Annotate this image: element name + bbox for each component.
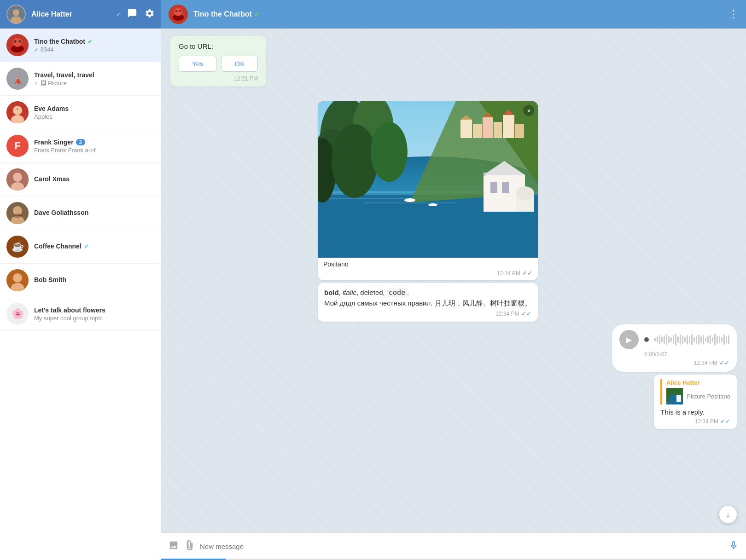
waveform-bar: [714, 334, 716, 346]
svg-point-5: [174, 8, 182, 16]
collapse-button[interactable]: ∨: [523, 105, 534, 116]
avatar-coffee: ☕: [6, 236, 29, 258]
svg-point-48: [332, 124, 378, 198]
chat-info-dave: Dave Goliathsson: [34, 209, 154, 217]
waveform-bar: [689, 336, 690, 343]
more-options-icon[interactable]: ⋮: [729, 8, 739, 20]
chat-name-dave: Dave Goliathsson: [34, 209, 88, 216]
text-content: bold, italic, deleted, code. Мой дядя са…: [324, 288, 531, 308]
chat-info-carol: Carol Xmas: [34, 175, 154, 184]
compose-icon[interactable]: [127, 8, 137, 20]
waveform-bar: [687, 335, 688, 344]
sidebar-item-dave[interactable]: Dave Goliathsson: [0, 196, 161, 230]
sidebar-item-eve[interactable]: Eve Adams Apples: [0, 96, 161, 129]
chat-name-bob: Bob Smith: [34, 276, 66, 283]
sidebar-item-bob[interactable]: Bob Smith: [0, 264, 161, 297]
reply-check: ✓✓: [720, 418, 730, 425]
url-yes-button[interactable]: Yes: [179, 56, 216, 72]
waveform-bar: [717, 335, 718, 344]
chat-info-tino: Tino the Chatbot ✔ ✓ 3344: [34, 38, 154, 53]
svg-rect-35: [460, 120, 472, 138]
svg-rect-54: [484, 173, 486, 176]
svg-point-1: [13, 9, 19, 16]
waveform-bar: [654, 338, 656, 341]
chat-header: Tino the Chatbot ✔ ⋮: [161, 0, 746, 29]
text-deleted: deleted: [360, 289, 383, 296]
waveform-bar: [670, 337, 672, 342]
waveform-bar: [691, 334, 693, 345]
url-ok-button[interactable]: OK: [221, 56, 258, 72]
header-icons[interactable]: [127, 8, 155, 20]
chat-preview-travel: ✓ 🖼 Picture: [34, 80, 154, 87]
svg-point-23: [13, 214, 22, 218]
audio-inner: ▶: [619, 330, 729, 349]
svg-rect-36: [473, 124, 482, 138]
sidebar-item-carol[interactable]: Carol Xmas: [0, 163, 161, 196]
chat-info-frank: Frank Singer 3 Frank Frank Frank a->f: [34, 139, 154, 154]
message-input[interactable]: [200, 543, 723, 550]
scroll-bottom-button[interactable]: ↓: [719, 506, 737, 523]
coffee-verified: ✔: [84, 242, 89, 250]
sidebar-item-coffee[interactable]: ☕ Coffee Channel ✔: [0, 230, 161, 264]
audio-check: ✓✓: [719, 359, 729, 366]
waveform-bar: [684, 337, 686, 342]
waveform-bar: [682, 335, 683, 344]
chat-header-info: Tino the Chatbot ✔: [193, 10, 723, 18]
sidebar-item-tino[interactable]: Tino the Chatbot ✔ ✓ 3344: [0, 29, 161, 62]
waveform-bar: [698, 335, 699, 345]
settings-icon[interactable]: [145, 8, 155, 20]
messages-container: Go to URL: Yes OK 12:21 PM: [161, 29, 746, 532]
reply-message: Alice Hatter Picture Positano: [654, 375, 737, 429]
main-content: Tino the Chatbot ✔ ✓ 3344 🗼 Travel, trav…: [0, 29, 746, 560]
waveform-bar: [668, 336, 670, 343]
svg-point-25: [13, 273, 22, 283]
sidebar: Tino the Chatbot ✔ ✓ 3344 🗼 Travel, trav…: [0, 29, 161, 560]
file-attach-icon[interactable]: [184, 540, 194, 553]
chat-name-frank: Frank Singer: [34, 139, 74, 146]
waveform-bar: [710, 335, 711, 344]
waveform-bar: [705, 338, 706, 341]
user-avatar: [6, 5, 26, 24]
avatar-flowers: 🌸: [6, 303, 29, 325]
waveform-bar: [721, 337, 723, 342]
chat-name-carol: Carol Xmas: [34, 175, 70, 183]
svg-rect-40: [515, 124, 524, 138]
waveform-bar: [680, 335, 681, 345]
text-russian: Мой дядя самых честных правил. 月儿明，风儿静。树…: [324, 299, 531, 307]
chat-info-bob: Bob Smith: [34, 276, 154, 284]
user-verified-icon: ✔: [116, 11, 122, 18]
audio-message: ▶: [612, 324, 737, 372]
avatar-bob: [6, 269, 29, 291]
text-code: code: [387, 288, 407, 297]
svg-point-56: [516, 186, 534, 200]
check-tino: ✓: [34, 46, 39, 53]
svg-point-57: [404, 198, 415, 202]
waveform-bar: [657, 336, 658, 343]
svg-point-12: [19, 40, 21, 43]
sidebar-item-travel[interactable]: 🗼 Travel, travel, travel ✓ 🖼 Picture: [0, 62, 161, 96]
chat-preview-flowers: My super cool group topic: [34, 315, 154, 322]
chat-preview-tino: ✓ 3344: [34, 46, 154, 53]
svg-point-2: [11, 17, 22, 24]
reply-time: 12:34 PM: [695, 418, 718, 425]
svg-rect-51: [490, 182, 497, 193]
svg-rect-39: [503, 115, 514, 138]
svg-point-58: [428, 203, 437, 206]
reply-preview: Picture Positano: [666, 388, 730, 404]
chat-name-flowers: Let's talk about flowers: [34, 306, 105, 314]
photo-attach-icon[interactable]: [169, 540, 179, 553]
chat-info-flowers: Let's talk about flowers My super cool g…: [34, 306, 154, 322]
play-button[interactable]: ▶: [619, 330, 639, 349]
waveform-bar: [723, 335, 725, 345]
avatar-travel: 🗼: [6, 68, 29, 90]
chat-name-eve: Eve Adams: [34, 105, 69, 112]
sidebar-item-frank[interactable]: F Frank Singer 3 Frank Frank Frank a->f: [0, 129, 161, 163]
sidebar-item-flowers[interactable]: 🌸 Let's talk about flowers My super cool…: [0, 297, 161, 331]
microphone-icon[interactable]: [729, 540, 739, 553]
reply-thumbnail: [666, 388, 683, 404]
chat-preview-frank: Frank Frank Frank a->f: [34, 147, 154, 154]
text-message: bold, italic, deleted, code. Мой дядя са…: [318, 283, 538, 322]
text-italic: italic: [343, 289, 356, 296]
url-dialog-title: Go to URL:: [179, 42, 258, 50]
audio-dot: [644, 337, 649, 342]
